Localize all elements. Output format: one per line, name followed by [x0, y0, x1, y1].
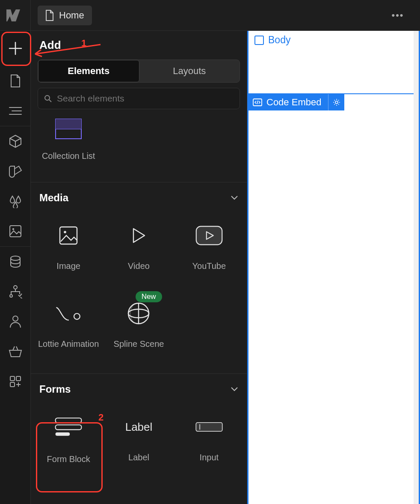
- body-element-chip[interactable]: Body: [252, 33, 293, 48]
- svg-rect-21: [56, 432, 70, 436]
- cube-icon: [8, 134, 23, 149]
- element-lottie[interactable]: Lottie Animation: [33, 288, 104, 363]
- svg-rect-0: [10, 226, 21, 237]
- element-label: Collection List: [39, 150, 98, 161]
- svg-point-25: [335, 101, 338, 104]
- webflow-logo[interactable]: [0, 0, 31, 31]
- ecommerce-button[interactable]: [0, 337, 31, 367]
- canvas-scrollbar[interactable]: [414, 31, 419, 504]
- page-icon: [45, 10, 54, 21]
- navigator-button[interactable]: [0, 96, 31, 126]
- cms-button[interactable]: [0, 247, 31, 277]
- youtube-icon: [195, 224, 223, 247]
- selected-element-chip: Code Embed: [248, 94, 344, 110]
- image-icon: [59, 226, 78, 245]
- apps-icon: [9, 375, 22, 388]
- chevron-down-icon: [231, 195, 238, 200]
- variables-button[interactable]: [0, 156, 31, 186]
- database-icon: [9, 255, 22, 268]
- body-label: Body: [268, 34, 290, 46]
- svg-point-3: [14, 286, 17, 289]
- style-button[interactable]: [0, 186, 31, 216]
- element-label: YouTube: [190, 260, 229, 271]
- section-forms-header[interactable]: Forms: [31, 374, 247, 399]
- navigator-icon: [9, 106, 22, 116]
- new-badge: New: [136, 291, 162, 302]
- tab-layouts[interactable]: Layouts: [139, 60, 240, 82]
- element-youtube[interactable]: YouTube: [174, 210, 244, 285]
- svg-rect-13: [60, 227, 77, 244]
- add-elements-button[interactable]: [0, 31, 31, 66]
- svg-point-16: [74, 313, 80, 319]
- element-spline[interactable]: New Spline Scene: [104, 288, 174, 363]
- design-canvas[interactable]: Body Code Embed: [247, 31, 420, 504]
- element-label: Video: [125, 260, 152, 271]
- section-title: Media: [39, 192, 68, 204]
- element-settings-button[interactable]: [328, 94, 344, 110]
- search-icon: [44, 95, 52, 102]
- basket-icon: [8, 345, 23, 358]
- page-icon: [10, 74, 21, 88]
- play-icon: [130, 227, 147, 244]
- section-media-header[interactable]: Media: [31, 182, 247, 207]
- page-chip[interactable]: Home: [38, 6, 92, 25]
- element-label: Form Block: [44, 453, 93, 465]
- collection-list-icon: [55, 119, 82, 139]
- sphere-icon: [127, 301, 151, 325]
- svg-rect-8: [10, 382, 15, 387]
- svg-rect-12: [56, 119, 81, 129]
- code-embed-label: Code Embed: [266, 97, 321, 108]
- webflow-icon: [6, 9, 24, 21]
- svg-point-2: [11, 256, 20, 260]
- element-label[interactable]: Label Label: [104, 401, 174, 477]
- svg-rect-6: [10, 376, 15, 381]
- top-bar: Home •••: [0, 0, 420, 31]
- gear-icon: [333, 98, 340, 106]
- svg-rect-7: [16, 376, 21, 381]
- body-icon: [254, 36, 264, 45]
- element-image[interactable]: Image: [33, 210, 104, 285]
- svg-rect-19: [56, 418, 82, 423]
- assets-button[interactable]: [0, 216, 31, 246]
- chevron-down-icon: [231, 387, 238, 392]
- add-panel: Add Elements Layouts: [31, 31, 247, 504]
- image-icon: [9, 224, 22, 238]
- plus-icon: [8, 41, 23, 56]
- tab-elements[interactable]: Elements: [38, 60, 139, 82]
- section-title: Forms: [39, 383, 71, 395]
- code-embed-chip[interactable]: Code Embed: [248, 94, 328, 110]
- element-label: Input: [197, 452, 221, 463]
- svg-rect-20: [56, 425, 82, 429]
- code-embed-icon: [253, 98, 262, 106]
- svg-rect-15: [196, 227, 222, 245]
- components-button[interactable]: [0, 126, 31, 156]
- element-input[interactable]: Input: [174, 401, 244, 477]
- search-elements[interactable]: [38, 88, 240, 109]
- element-collection-list[interactable]: Collection List: [33, 113, 104, 177]
- element-label: Spline Scene: [111, 338, 167, 349]
- elements-layouts-tabs: Elements Layouts: [38, 60, 240, 83]
- user-icon: [9, 315, 22, 328]
- lottie-icon: [55, 304, 82, 323]
- more-menu-button[interactable]: •••: [389, 7, 406, 24]
- left-rail: [0, 31, 31, 504]
- form-block-icon: [55, 414, 82, 440]
- element-form-block[interactable]: Form Block: [33, 401, 104, 477]
- svg-point-1: [12, 228, 14, 230]
- logic-button[interactable]: [0, 277, 31, 307]
- label-text-icon: Label: [125, 413, 152, 441]
- apps-button[interactable]: [0, 367, 31, 397]
- input-icon: [195, 418, 223, 435]
- search-input[interactable]: [57, 93, 234, 104]
- swatch-icon: [9, 164, 22, 178]
- flow-icon: [8, 285, 23, 298]
- element-label: Lottie Animation: [35, 338, 101, 349]
- droplets-icon: [9, 194, 22, 208]
- element-label-text: Label: [126, 452, 152, 463]
- pages-button[interactable]: [0, 66, 31, 96]
- users-button[interactable]: [0, 307, 31, 337]
- svg-point-5: [13, 316, 18, 321]
- element-label: Image: [54, 260, 83, 271]
- element-video[interactable]: Video: [104, 210, 174, 285]
- svg-point-4: [10, 295, 12, 297]
